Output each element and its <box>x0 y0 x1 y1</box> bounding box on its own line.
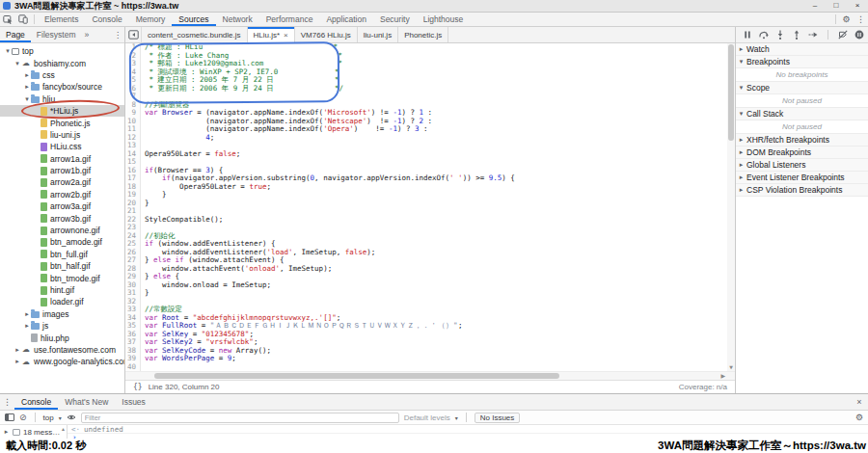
section-watch[interactable]: ▸Watch <box>736 43 868 56</box>
tree-item-btn-half-gif[interactable]: btn_half.gif <box>0 260 124 272</box>
scroll-right-icon[interactable]: ▶ <box>720 372 725 380</box>
deactivate-breakpoints-icon[interactable] <box>838 30 848 40</box>
settings-gear-icon[interactable]: ⚙ <box>839 13 854 26</box>
section-breakpoints[interactable]: ▾Breakpoints <box>736 56 868 68</box>
section-xhr-fetch-breakpoints[interactable]: ▸XHR/fetch Breakpoints <box>736 134 868 147</box>
chevron-right-icon[interactable]: ▸ <box>23 83 31 91</box>
tree-item-arrow1a-gif[interactable]: arrow1a.gif <box>0 153 124 165</box>
pretty-print-icon[interactable]: {} <box>133 383 143 391</box>
step-over-icon[interactable] <box>759 30 769 40</box>
navigator-tab-page[interactable]: Page <box>0 27 31 42</box>
drawer-close-icon[interactable]: × <box>851 397 868 407</box>
tree-item-btn-tmode-gif[interactable]: btn_tmode.gif <box>0 272 124 283</box>
drawer-tab-console[interactable]: Console <box>14 394 58 410</box>
console-sidebar[interactable]: ▸ 18 mess… ▲ <box>0 425 68 439</box>
tree-item-arrow2b-gif[interactable]: arrow2b.gif <box>0 189 124 200</box>
tree-item-btn-full-gif[interactable]: btn_full.gif <box>0 249 124 260</box>
drawer-tab-what-s-new[interactable]: What's New <box>58 394 115 410</box>
tree-item-hint-gif[interactable]: hint.gif <box>0 284 124 296</box>
tab-overflow-chevron-icon[interactable]: » <box>81 30 92 40</box>
console-messages[interactable]: <· undefined › <box>68 425 868 439</box>
more-options-icon[interactable]: ⋮ <box>854 13 868 26</box>
minimize-button[interactable]: – <box>804 0 826 12</box>
tree-item-hliu-css[interactable]: HLiu.css <box>0 141 124 152</box>
navigator-more-icon[interactable]: ⋮ <box>111 30 124 40</box>
chevron-down-icon[interactable]: ▾ <box>23 95 31 103</box>
tree-item-www-google-analytics-com[interactable]: ▸☁www.google-analytics.com <box>0 356 124 367</box>
chevron-right-icon[interactable]: ▸ <box>14 346 21 354</box>
step-icon[interactable] <box>808 30 818 40</box>
scroll-down-icon[interactable]: ▼ <box>727 363 735 371</box>
no-issues-button[interactable]: No Issues <box>475 413 521 423</box>
section-event-listener-breakpoints[interactable]: ▸Event Listener Breakpoints <box>736 172 868 184</box>
console-sidebar-icon[interactable] <box>5 413 14 421</box>
tree-item-fancybox-source[interactable]: ▸fancybox/source <box>0 81 124 93</box>
inspect-cursor-icon[interactable] <box>0 13 15 26</box>
tab-memory[interactable]: Memory <box>129 13 173 26</box>
chevron-right-icon[interactable]: ▸ <box>23 322 31 330</box>
tree-item-arrow2a-gif[interactable]: arrow2a.gif <box>0 176 124 188</box>
section-global-listeners[interactable]: ▸Global Listeners <box>736 159 868 172</box>
close-button[interactable]: × <box>847 0 868 12</box>
tree-item-css[interactable]: ▸css <box>0 69 124 81</box>
chevron-down-icon[interactable]: ▾ <box>14 60 21 67</box>
live-expression-eye-icon[interactable] <box>67 413 76 421</box>
tab-console[interactable]: Console <box>85 13 128 26</box>
tree-item-images[interactable]: ▸images <box>0 308 124 320</box>
editor-tab-vm766-hliu-js[interactable]: VM766 HLiu.js <box>295 27 358 42</box>
tree-item-btn-amode-gif[interactable]: btn_amode.gif <box>0 236 124 248</box>
tab-application[interactable]: Application <box>319 13 373 26</box>
tree-item-hliu-php[interactable]: hliu.php <box>0 332 124 343</box>
scroll-up-icon[interactable]: ▲ <box>61 426 66 432</box>
tree-item-arrow3b-gif[interactable]: arrow3b.gif <box>0 212 124 224</box>
horizontal-scrollbar-thumb[interactable] <box>154 373 559 379</box>
chevron-right-icon[interactable]: ▸ <box>23 310 31 318</box>
tree-item-liu-uni-js[interactable]: liu-uni.js <box>0 129 124 141</box>
tab-security[interactable]: Security <box>373 13 417 26</box>
toggle-navigator-icon[interactable] <box>125 27 142 42</box>
console-settings-gear-icon[interactable]: ⚙ <box>855 413 863 422</box>
chevron-right-icon[interactable]: ▸ <box>3 428 10 436</box>
section-csp-violation-breakpoints[interactable]: ▸CSP Violation Breakpoints <box>736 184 868 197</box>
section-scope[interactable]: ▾Scope <box>736 82 868 94</box>
drawer-tab-issues[interactable]: Issues <box>115 394 152 410</box>
chevron-down-icon[interactable]: ▾ <box>4 47 12 55</box>
context-selector[interactable]: top <box>43 413 54 422</box>
maximize-button[interactable]: □ <box>826 0 847 12</box>
tab-lighthouse[interactable]: Lighthouse <box>417 13 471 26</box>
tree-item-boshiamy-com[interactable]: ▾☁boshiamy.com <box>0 57 124 68</box>
pause-icon[interactable] <box>743 30 752 40</box>
editor-tab-hliu-js[interactable]: HLiu.js*× <box>248 27 295 42</box>
filter-input[interactable] <box>81 413 399 423</box>
tree-item-top[interactable]: ▾top <box>0 45 124 57</box>
tab-performance[interactable]: Performance <box>259 13 320 26</box>
clear-console-icon[interactable]: ⊘ <box>19 413 27 422</box>
tree-item-use-fontawesome-com[interactable]: ▸☁use.fontawesome.com <box>0 344 124 356</box>
tree-item-arrow3a-gif[interactable]: arrow3a.gif <box>0 200 124 212</box>
default-levels-dropdown[interactable]: Default levels <box>404 413 450 422</box>
step-into-icon[interactable] <box>775 30 785 40</box>
chevron-right-icon[interactable]: ▸ <box>14 358 21 365</box>
tree-item-phonetic-js[interactable]: Phonetic.js <box>0 117 124 128</box>
device-toolbar-icon[interactable] <box>15 13 31 26</box>
close-tab-icon[interactable]: × <box>284 31 288 40</box>
code-editor[interactable]: 1/* 標題 : HLiu *2 * 作者 : Luke Chang *3 * … <box>125 43 735 371</box>
vertical-scrollbar[interactable]: ▼ <box>727 43 735 371</box>
tree-item-hliu-js[interactable]: *HLiu.js <box>0 105 124 117</box>
tab-network[interactable]: Network <box>216 13 259 26</box>
drawer-more-icon[interactable]: ⋮ <box>0 397 14 407</box>
tree-item-loader-gif[interactable]: loader.gif <box>0 296 124 307</box>
tab-elements[interactable]: Elements <box>38 13 85 26</box>
tree-item-hliu[interactable]: ▾hliu <box>0 93 124 105</box>
editor-tab-phonetic-js[interactable]: Phonetic.js <box>398 27 448 42</box>
vertical-scrollbar-thumb[interactable] <box>728 44 734 141</box>
pause-on-exceptions-icon[interactable] <box>854 30 864 40</box>
tree-item-arrownone-gif[interactable]: arrownone.gif <box>0 225 124 236</box>
tree-item-arrow1b-gif[interactable]: arrow1b.gif <box>0 165 124 176</box>
step-out-icon[interactable] <box>792 30 801 40</box>
editor-tab-liu-uni-js[interactable]: liu-uni.js <box>358 27 398 42</box>
section-call-stack[interactable]: ▾Call Stack <box>736 108 868 120</box>
horizontal-scrollbar[interactable]: ▶ <box>125 371 735 380</box>
tree-item-js[interactable]: ▸js <box>0 320 124 332</box>
section-dom-breakpoints[interactable]: ▸DOM Breakpoints <box>736 147 868 159</box>
